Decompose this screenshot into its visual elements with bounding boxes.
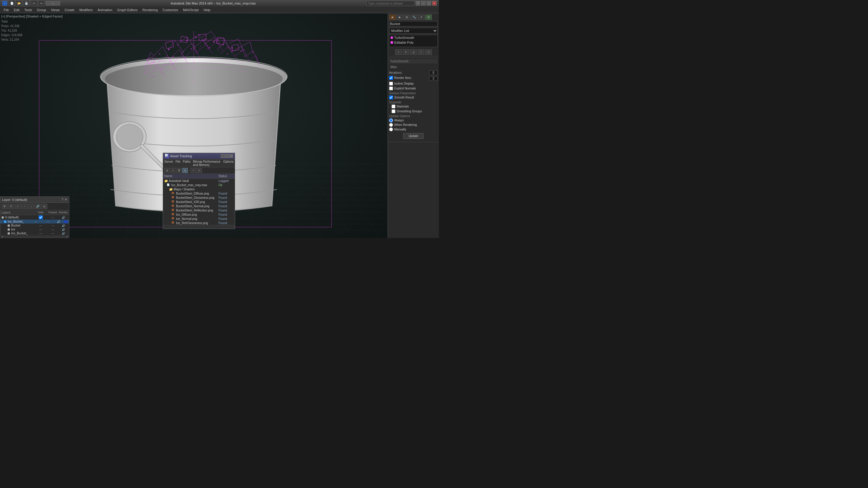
asset-scrollbar-h[interactable] — [163, 225, 235, 229]
minimize-btn[interactable]: – — [421, 1, 426, 5]
subobj-icon-5[interactable]: ⬡ — [425, 50, 432, 55]
asset-minimize-btn[interactable]: – — [221, 154, 224, 158]
subobj-icon-3[interactable]: ⊿ — [410, 50, 417, 55]
always-radio[interactable] — [389, 119, 393, 122]
new-btn[interactable]: 📄 — [8, 0, 15, 6]
panel-icon-create[interactable]: ✦ — [418, 14, 425, 20]
subobj-icon-4[interactable]: □ — [418, 50, 424, 55]
asset-tool-4[interactable]: ⊞ — [182, 168, 188, 173]
asset-menu-paths[interactable]: Paths — [183, 160, 191, 167]
explicit-normals-checkbox[interactable] — [389, 87, 393, 90]
asset-row-0[interactable]: 📁 Autodesk Vault Logged — [163, 178, 235, 183]
close-btn[interactable]: ✕ — [432, 1, 436, 5]
layer-row-icebucket2[interactable]: Ice_Bucket_ — — 🔊 — [0, 231, 69, 235]
iterations-input[interactable] — [429, 70, 438, 75]
when-rendering-radio[interactable] — [389, 123, 393, 127]
materials-checkbox[interactable] — [392, 104, 396, 108]
menu-file[interactable]: File — [1, 7, 11, 12]
search-input[interactable] — [367, 1, 415, 6]
menu-graph-editors[interactable]: Graph Editors — [115, 7, 140, 12]
layer-tool-up[interactable]: ↑ — [22, 204, 27, 209]
save-btn[interactable]: 💾 — [23, 0, 30, 6]
render-iters-checkbox[interactable] — [389, 76, 393, 80]
iterations-label: Iterations: — [389, 71, 429, 74]
undo-btn[interactable]: ↩ — [31, 0, 37, 6]
panel-icon-hierarchy[interactable]: ⊞ — [404, 14, 410, 20]
menu-rendering[interactable]: Rendering — [140, 7, 160, 12]
viewport[interactable]: [+] [Perspective] [Shaded + Edged Faces]… — [0, 13, 388, 238]
menu-modifiers[interactable]: Modifiers — [77, 7, 95, 12]
menu-create[interactable]: Create — [62, 7, 77, 12]
menu-tools[interactable]: Tools — [22, 7, 35, 12]
panel-icon-utility[interactable]: 🔧 — [411, 14, 417, 20]
menu-customize[interactable]: Customize — [160, 7, 181, 12]
layer-row-ice[interactable]: Ice — — 🔊 — [0, 227, 69, 231]
help-btn[interactable]: ? — [416, 1, 420, 5]
modifier-list-dropdown[interactable]: Modifier List — [389, 28, 438, 34]
asset-name-10: Ice_RefrGlossiness.png — [176, 221, 218, 225]
layer-tool-delete[interactable]: ✕ — [8, 204, 14, 209]
asset-menu-file[interactable]: File — [176, 160, 180, 167]
redo-btn[interactable]: ↪ — [38, 0, 44, 6]
layer-row-icebucket[interactable]: Ice_Bucket_ — — 🔊 — [0, 220, 69, 224]
render-iters-input[interactable] — [429, 76, 438, 81]
panel-icon-modify[interactable]: ⚙ — [425, 14, 432, 20]
asset-tool-2[interactable]: ≡ — [170, 168, 176, 173]
layer-hide-0[interactable] — [35, 216, 47, 219]
menu-views[interactable]: Views — [49, 7, 62, 12]
layer-tool-add[interactable]: + — [15, 204, 21, 209]
smooth-result-checkbox[interactable] — [389, 96, 393, 99]
svg-point-49 — [209, 47, 210, 48]
asset-row-3[interactable]: 🖼 BucketSteel_Diffuse.png Found — [163, 191, 235, 195]
panel-icon-motion[interactable]: ▶ — [396, 14, 403, 20]
asset-menu-server[interactable]: Server — [164, 160, 173, 167]
modifier-turbosmooth[interactable]: TurboSmooth — [390, 35, 437, 40]
asset-tool-3[interactable]: ≣ — [176, 168, 182, 173]
asset-options[interactable]: Options — [223, 160, 234, 167]
layer-row-default[interactable]: 0 (default) — 🔊 — [0, 215, 69, 220]
menu-animation[interactable]: Animation — [95, 7, 115, 12]
smoothing-groups-checkbox[interactable] — [392, 109, 396, 113]
isoline-checkbox[interactable] — [389, 82, 393, 86]
manually-radio[interactable] — [389, 127, 393, 131]
menu-maxscript[interactable]: MAXScript — [181, 7, 201, 12]
subobj-icon-2[interactable]: ━ — [403, 50, 409, 55]
layer-tool-settings[interactable]: ⚙ — [1, 204, 7, 209]
asset-row-1[interactable]: 📄 Ice_Bucket_max_vray.max Ok — [163, 183, 235, 187]
update-button[interactable]: Update — [403, 133, 423, 139]
modifier-editablepoly[interactable]: Editable Poly — [390, 40, 437, 45]
menu-edit[interactable]: Edit — [11, 7, 22, 12]
asset-close-btn[interactable]: ✕ — [229, 154, 233, 158]
maximize-btn[interactable]: □ — [427, 1, 431, 5]
layer-help-btn[interactable]: ? — [61, 198, 63, 201]
object-name-input[interactable] — [389, 21, 438, 27]
layer-scroll-track[interactable] — [3, 236, 67, 237]
asset-tool-refresh[interactable]: ↻ — [196, 168, 202, 173]
asset-row-4[interactable]: 🖼 BucketSteel_Glossiness.png Found — [163, 195, 235, 200]
asset-row-9[interactable]: 🖼 Ice_Normal.png Found — [163, 217, 235, 221]
asset-row-8[interactable]: 🖼 Ice_Diffuse.png Found — [163, 213, 235, 217]
asset-row-6[interactable]: 🖼 BucketSteel_Normal.png Found — [163, 204, 235, 208]
asset-bitmap-perf[interactable]: Bitmap Performance and Memory — [193, 160, 221, 167]
asset-tool-help[interactable]: ? — [190, 168, 196, 173]
layer-tool-select[interactable]: ◎ — [41, 204, 47, 209]
asset-maximize-btn[interactable]: □ — [225, 154, 229, 158]
asset-row-2[interactable]: 📁 Maps / Shaders — [163, 187, 235, 191]
layer-row-bucket[interactable]: Bucket — — 🔊 — [0, 224, 69, 227]
workspace-label[interactable]: – — [46, 1, 60, 5]
layer-tool-link[interactable]: 🔗 — [35, 204, 41, 209]
layer-close-btn[interactable]: ✕ — [64, 198, 67, 201]
panel-icon-display[interactable]: ◉ — [389, 14, 396, 20]
asset-scroll-track[interactable] — [163, 225, 235, 229]
asset-tool-1[interactable]: ⚙ — [164, 168, 170, 173]
asset-row-10[interactable]: 🖼 Ice_RefrGlossiness.png Found — [163, 221, 235, 225]
layer-tool-down[interactable]: ↓ — [28, 204, 34, 209]
layer-scrollbar[interactable]: ◀ ▶ — [0, 235, 69, 238]
layer-color-swatch[interactable] — [64, 220, 68, 223]
menu-help[interactable]: Help — [201, 7, 213, 12]
open-btn[interactable]: 📂 — [16, 0, 22, 6]
asset-row-7[interactable]: 🖼 BucketSteel_Reflection.png Found — [163, 208, 235, 213]
menu-group[interactable]: Group — [34, 7, 49, 12]
asset-row-5[interactable]: 🖼 BucketSteel_IOR.png Found — [163, 200, 235, 204]
subobj-icon-1[interactable]: • — [395, 50, 402, 55]
